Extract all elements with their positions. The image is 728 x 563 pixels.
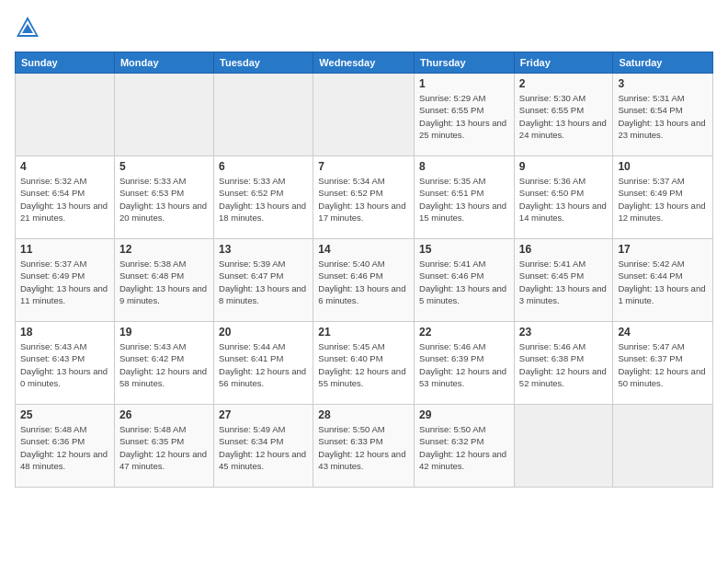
day-number: 6 xyxy=(219,160,308,173)
day-number: 18 xyxy=(20,326,109,339)
day-info: Sunrise: 5:34 AM Sunset: 6:52 PM Dayligh… xyxy=(318,175,409,224)
day-info: Sunrise: 5:48 AM Sunset: 6:36 PM Dayligh… xyxy=(20,423,109,472)
calendar-cell: 11Sunrise: 5:37 AM Sunset: 6:49 PM Dayli… xyxy=(16,239,115,322)
day-info: Sunrise: 5:49 AM Sunset: 6:34 PM Dayligh… xyxy=(219,423,308,472)
calendar-week-1: 4Sunrise: 5:32 AM Sunset: 6:54 PM Daylig… xyxy=(16,156,713,239)
calendar-cell xyxy=(114,74,213,156)
calendar-cell: 1Sunrise: 5:29 AM Sunset: 6:55 PM Daylig… xyxy=(415,74,515,156)
calendar-cell: 10Sunrise: 5:37 AM Sunset: 6:49 PM Dayli… xyxy=(613,156,713,239)
day-header-monday: Monday xyxy=(114,52,213,74)
day-info: Sunrise: 5:43 AM Sunset: 6:43 PM Dayligh… xyxy=(20,340,109,389)
day-info: Sunrise: 5:40 AM Sunset: 6:46 PM Dayligh… xyxy=(318,258,409,306)
day-header-wednesday: Wednesday xyxy=(313,52,415,74)
calendar-week-3: 18Sunrise: 5:43 AM Sunset: 6:43 PM Dayli… xyxy=(16,322,713,405)
day-info: Sunrise: 5:45 AM Sunset: 6:40 PM Dayligh… xyxy=(318,340,409,389)
calendar-cell: 21Sunrise: 5:45 AM Sunset: 6:40 PM Dayli… xyxy=(313,322,415,405)
calendar-week-0: 1Sunrise: 5:29 AM Sunset: 6:55 PM Daylig… xyxy=(16,74,713,156)
day-info: Sunrise: 5:46 AM Sunset: 6:39 PM Dayligh… xyxy=(419,340,509,389)
calendar-cell: 17Sunrise: 5:42 AM Sunset: 6:44 PM Dayli… xyxy=(613,239,713,322)
day-info: Sunrise: 5:39 AM Sunset: 6:47 PM Dayligh… xyxy=(219,258,308,306)
day-number: 28 xyxy=(318,408,409,421)
day-number: 8 xyxy=(419,160,509,173)
calendar-cell: 8Sunrise: 5:35 AM Sunset: 6:51 PM Daylig… xyxy=(415,156,515,239)
calendar-cell xyxy=(214,74,313,156)
calendar-cell: 25Sunrise: 5:48 AM Sunset: 6:36 PM Dayli… xyxy=(16,405,115,488)
calendar-cell: 19Sunrise: 5:43 AM Sunset: 6:42 PM Dayli… xyxy=(114,322,213,405)
day-info: Sunrise: 5:36 AM Sunset: 6:50 PM Dayligh… xyxy=(519,175,609,224)
calendar-cell: 2Sunrise: 5:30 AM Sunset: 6:55 PM Daylig… xyxy=(514,74,613,156)
day-number: 22 xyxy=(419,326,509,339)
day-number: 11 xyxy=(20,243,109,256)
calendar-cell: 14Sunrise: 5:40 AM Sunset: 6:46 PM Dayli… xyxy=(313,239,415,322)
calendar-cell: 28Sunrise: 5:50 AM Sunset: 6:33 PM Dayli… xyxy=(313,405,415,488)
logo xyxy=(15,15,44,40)
calendar-cell: 22Sunrise: 5:46 AM Sunset: 6:39 PM Dayli… xyxy=(415,322,515,405)
day-info: Sunrise: 5:35 AM Sunset: 6:51 PM Dayligh… xyxy=(419,175,509,224)
calendar-cell: 6Sunrise: 5:33 AM Sunset: 6:52 PM Daylig… xyxy=(214,156,313,239)
day-info: Sunrise: 5:33 AM Sunset: 6:52 PM Dayligh… xyxy=(219,175,308,224)
day-number: 29 xyxy=(419,408,509,421)
day-number: 19 xyxy=(119,326,209,339)
day-info: Sunrise: 5:47 AM Sunset: 6:37 PM Dayligh… xyxy=(618,340,708,389)
day-info: Sunrise: 5:48 AM Sunset: 6:35 PM Dayligh… xyxy=(119,423,209,472)
calendar-cell: 15Sunrise: 5:41 AM Sunset: 6:46 PM Dayli… xyxy=(415,239,515,322)
calendar-cell: 18Sunrise: 5:43 AM Sunset: 6:43 PM Dayli… xyxy=(16,322,115,405)
day-info: Sunrise: 5:37 AM Sunset: 6:49 PM Dayligh… xyxy=(618,175,708,224)
day-header-tuesday: Tuesday xyxy=(214,52,313,74)
day-info: Sunrise: 5:41 AM Sunset: 6:46 PM Dayligh… xyxy=(419,258,509,306)
day-info: Sunrise: 5:50 AM Sunset: 6:33 PM Dayligh… xyxy=(318,423,409,472)
day-header-saturday: Saturday xyxy=(613,52,713,74)
day-number: 10 xyxy=(618,160,708,173)
day-number: 17 xyxy=(618,243,708,256)
day-number: 2 xyxy=(519,77,609,90)
calendar-cell: 9Sunrise: 5:36 AM Sunset: 6:50 PM Daylig… xyxy=(514,156,613,239)
day-number: 13 xyxy=(219,243,308,256)
calendar-week-2: 11Sunrise: 5:37 AM Sunset: 6:49 PM Dayli… xyxy=(16,239,713,322)
day-number: 21 xyxy=(318,326,409,339)
calendar-cell: 27Sunrise: 5:49 AM Sunset: 6:34 PM Dayli… xyxy=(214,405,313,488)
day-info: Sunrise: 5:32 AM Sunset: 6:54 PM Dayligh… xyxy=(20,175,109,224)
day-number: 25 xyxy=(20,408,109,421)
day-number: 23 xyxy=(519,326,609,339)
day-header-thursday: Thursday xyxy=(415,52,515,74)
day-info: Sunrise: 5:42 AM Sunset: 6:44 PM Dayligh… xyxy=(618,258,708,306)
logo-icon xyxy=(15,15,40,40)
calendar-cell: 29Sunrise: 5:50 AM Sunset: 6:32 PM Dayli… xyxy=(415,405,515,488)
day-number: 9 xyxy=(519,160,609,173)
calendar-table: SundayMondayTuesdayWednesdayThursdayFrid… xyxy=(15,52,713,488)
calendar-cell: 12Sunrise: 5:38 AM Sunset: 6:48 PM Dayli… xyxy=(114,239,213,322)
calendar-cell: 20Sunrise: 5:44 AM Sunset: 6:41 PM Dayli… xyxy=(214,322,313,405)
day-info: Sunrise: 5:46 AM Sunset: 6:38 PM Dayligh… xyxy=(519,340,609,389)
day-number: 14 xyxy=(318,243,409,256)
calendar-cell: 4Sunrise: 5:32 AM Sunset: 6:54 PM Daylig… xyxy=(16,156,115,239)
day-info: Sunrise: 5:29 AM Sunset: 6:55 PM Dayligh… xyxy=(419,92,509,141)
calendar-cell: 23Sunrise: 5:46 AM Sunset: 6:38 PM Dayli… xyxy=(514,322,613,405)
day-info: Sunrise: 5:43 AM Sunset: 6:42 PM Dayligh… xyxy=(119,340,209,389)
day-number: 1 xyxy=(419,77,509,90)
day-info: Sunrise: 5:33 AM Sunset: 6:53 PM Dayligh… xyxy=(119,175,209,224)
day-info: Sunrise: 5:37 AM Sunset: 6:49 PM Dayligh… xyxy=(20,258,109,306)
calendar-cell xyxy=(313,74,415,156)
day-number: 4 xyxy=(20,160,109,173)
calendar-cell: 26Sunrise: 5:48 AM Sunset: 6:35 PM Dayli… xyxy=(114,405,213,488)
calendar-cell: 7Sunrise: 5:34 AM Sunset: 6:52 PM Daylig… xyxy=(313,156,415,239)
day-info: Sunrise: 5:50 AM Sunset: 6:32 PM Dayligh… xyxy=(419,423,509,472)
day-number: 12 xyxy=(119,243,209,256)
day-header-friday: Friday xyxy=(514,52,613,74)
calendar-cell: 16Sunrise: 5:41 AM Sunset: 6:45 PM Dayli… xyxy=(514,239,613,322)
day-header-sunday: Sunday xyxy=(16,52,115,74)
day-info: Sunrise: 5:44 AM Sunset: 6:41 PM Dayligh… xyxy=(219,340,308,389)
day-number: 7 xyxy=(318,160,409,173)
day-number: 3 xyxy=(618,77,708,90)
day-number: 16 xyxy=(519,243,609,256)
day-number: 27 xyxy=(219,408,308,421)
day-info: Sunrise: 5:30 AM Sunset: 6:55 PM Dayligh… xyxy=(519,92,609,141)
day-number: 24 xyxy=(618,326,708,339)
day-number: 5 xyxy=(119,160,209,173)
day-info: Sunrise: 5:38 AM Sunset: 6:48 PM Dayligh… xyxy=(119,258,209,306)
day-number: 15 xyxy=(419,243,509,256)
calendar-cell: 13Sunrise: 5:39 AM Sunset: 6:47 PM Dayli… xyxy=(214,239,313,322)
calendar-cell: 3Sunrise: 5:31 AM Sunset: 6:54 PM Daylig… xyxy=(613,74,713,156)
calendar-header-row: SundayMondayTuesdayWednesdayThursdayFrid… xyxy=(16,52,713,74)
calendar-cell: 24Sunrise: 5:47 AM Sunset: 6:37 PM Dayli… xyxy=(613,322,713,405)
